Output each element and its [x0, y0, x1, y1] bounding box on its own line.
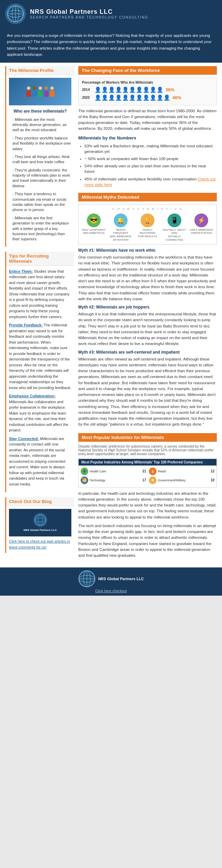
millennial-profile-content: Who are these millennials? - Millennials…	[6, 75, 74, 247]
fact-2: - They prioritize work/life balance and …	[9, 135, 71, 152]
industries-table: Most Popular Industries Among Millennial…	[78, 459, 217, 488]
industries-section: Most Popular Industries for Millennials …	[78, 433, 217, 559]
footer-logo: NRS Global Partners LLC	[78, 570, 144, 587]
govt-num: 10	[211, 478, 214, 482]
tip1: Entice Them: Studies show that millennia…	[9, 269, 71, 320]
stat-4: 45% of millennials value workplace flexi…	[84, 176, 217, 187]
govt-name: Government/Military	[158, 479, 209, 482]
char-icon-2: 🔔	[114, 213, 128, 227]
tip1-text: Studies show that millennials care less …	[9, 269, 69, 319]
chart-pct-2020: 46%	[172, 95, 181, 100]
chart-pct-2014: 36%	[165, 87, 174, 92]
char-icon-5: ⚡	[194, 213, 208, 227]
myth2-title: Myth #2: Millennials are job hoppers	[78, 305, 217, 310]
chart-year-2014: 2014	[82, 88, 92, 92]
stat-2: ~ 50% work at companies with fewer than …	[84, 156, 217, 161]
char-5: ⚡ Likes ImmediateGratification	[189, 213, 213, 241]
footer-logo-circle	[78, 570, 95, 587]
industries-para1: In particular, the health care and techn…	[78, 491, 217, 520]
workforce-description: The millennial generation is defined as …	[78, 108, 217, 132]
char-label-5: Likes ImmediateGratification	[190, 228, 213, 235]
fact-4: - They're globally connected- the majori…	[9, 167, 71, 190]
person-1	[26, 86, 31, 97]
blog-section: Check Out Our Blog	[5, 497, 74, 553]
millennial-profile-section: The Millennial Profile	[5, 66, 74, 247]
fact-5: - They have a tendency to communicate vi…	[9, 191, 71, 213]
by-numbers-list: 63% will have a Bachelors degree, making…	[78, 143, 217, 187]
characteristics-grid: 😎 Self Confidentand Ambitious 🔔 Needs Fr…	[81, 213, 214, 241]
blog-logo-text: NRS Global Partners LLC	[23, 528, 57, 532]
chart-figures-2020: 👤👤👤👤👤👤👤👤👤👤👤	[94, 94, 170, 101]
tip4-title[interactable]: Stay Connected:	[9, 437, 39, 441]
left-column: The Millennial Profile	[5, 66, 74, 564]
blog-logo-circle	[33, 513, 47, 527]
millennial-facts-list: - Millennials are the most ethnically di…	[9, 116, 71, 243]
page-footer: NRS Global Partners LLC Click here check…	[0, 567, 222, 596]
tip4-text: Millennials are constantly in contact wi…	[9, 437, 65, 486]
industry-row-healthcare: ➕ Health Care 21	[81, 468, 146, 475]
characteristics-box: - C H A R A C T E R I S T I C S - 😎 Self…	[78, 204, 217, 244]
company-name: NRS Global Partners LLC	[30, 8, 148, 15]
intro-text: Are you experiencing a surge of millenni…	[7, 33, 212, 56]
blog-link[interactable]: Click here to check out past articles or…	[9, 539, 70, 549]
header: NRS Global Partners LLC Search Partners …	[0, 0, 222, 28]
myth2-text: Although it is true that millennials pre…	[78, 311, 217, 347]
intro-banner: Are you experiencing a surge of millenni…	[0, 28, 222, 63]
chart-year-2020: 2020	[82, 96, 92, 100]
char-icon-1: 😎	[87, 213, 101, 227]
tech-num: 17	[142, 478, 146, 482]
govt-icon: ★	[149, 477, 157, 484]
char-2: 🔔 Needs Frequentand ImmediateAttention	[109, 213, 133, 241]
char-icon-3: 🏆	[141, 213, 154, 227]
industry-col-2: $ Retail 12 ★ Government/Military 10	[149, 468, 214, 485]
characteristics-label: - C H A R A C T E R I S T I C S -	[81, 207, 214, 211]
retail-name: Retail	[158, 470, 209, 473]
retail-icon: $	[149, 468, 157, 475]
tip3-text: Millennials like collaboration and prefe…	[9, 400, 68, 432]
main-content: The Millennial Profile	[0, 63, 222, 568]
industries-table-title: Most Popular Industries Among Millennial…	[79, 459, 216, 466]
char-3: 🏆 Highly Motivatedfor Results	[135, 213, 160, 241]
tip3: Emphasize Collaboration: Millennials lik…	[9, 393, 71, 433]
myth3-text: Millennials are often viewed as self-cen…	[78, 356, 217, 428]
healthcare-num: 21	[142, 469, 146, 473]
fact-6: - Millennials are the first generation t…	[9, 215, 71, 243]
chart-row-2014: 2014 👤👤👤👤👤👤👤👤👤👤 36%	[82, 86, 213, 93]
right-column: The Changing Face of the Workforce Perce…	[78, 66, 217, 564]
people-icons	[26, 86, 54, 97]
stat-1: 63% will have a Bachelors degree, making…	[84, 143, 217, 154]
industry-row-govt: ★ Government/Military 10	[149, 477, 214, 484]
char-icon-4: 📱	[168, 213, 181, 227]
chart-row-2020: 2020 👤👤👤👤👤👤👤👤👤👤👤 46%	[82, 94, 213, 101]
industry-col-1: ➕ Health Care 21 📶 Technology 17	[81, 468, 146, 485]
myths-section: Millennial Myths Debunked - C H A R A C …	[78, 193, 217, 428]
blog-logo-box: NRS Global Partners LLC	[9, 509, 71, 536]
person-5	[50, 86, 54, 97]
myth1-title: Myth #1: Millennials have no work ethic	[78, 248, 217, 253]
fact-1: - Millennials are the most ethnically di…	[9, 116, 71, 134]
tip2-text: The millennial generation was raised to …	[9, 323, 71, 390]
person-3	[38, 86, 43, 97]
myth3-title: Myth #3: Millennials are self-centered a…	[78, 350, 217, 355]
person-2	[32, 86, 37, 97]
fact-3: - They love all things artisan; think cr…	[9, 154, 71, 166]
char-label-4: Digitally Savvy andSocially Connected	[162, 228, 186, 241]
industries-rows: ➕ Health Care 21 📶 Technology 17	[79, 466, 216, 488]
industry-row-tech: 📶 Technology 17	[81, 477, 146, 484]
two-col-layout: The Millennial Profile	[5, 66, 217, 564]
tech-name: Technology	[90, 479, 141, 482]
industries-intro: Despite millennials' preference for auto…	[78, 445, 217, 456]
tip3-title[interactable]: Emphasize Collaboration:	[9, 394, 56, 398]
profile-image	[9, 78, 71, 105]
tip2-title[interactable]: Provide Feedback:	[9, 323, 43, 327]
footer-checkout-link[interactable]: Click here checkout	[95, 589, 127, 593]
healthcare-icon: ➕	[81, 468, 88, 475]
blog-title: Check Out Our Blog	[6, 497, 74, 506]
tips-title: Tips for Recruiting Millennials	[6, 252, 74, 266]
footer-logo-text: NRS Global Partners LLC	[98, 577, 144, 581]
chart-title: Percentage of Workers Who Are Millennial…	[82, 81, 213, 84]
char-label-3: Highly Motivatedfor Results	[135, 228, 160, 238]
tip1-title[interactable]: Entice Them:	[9, 269, 33, 273]
who-heading: Who are these millennials?	[9, 108, 71, 114]
workforce-section: The Changing Face of the Workforce Perce…	[78, 66, 217, 187]
